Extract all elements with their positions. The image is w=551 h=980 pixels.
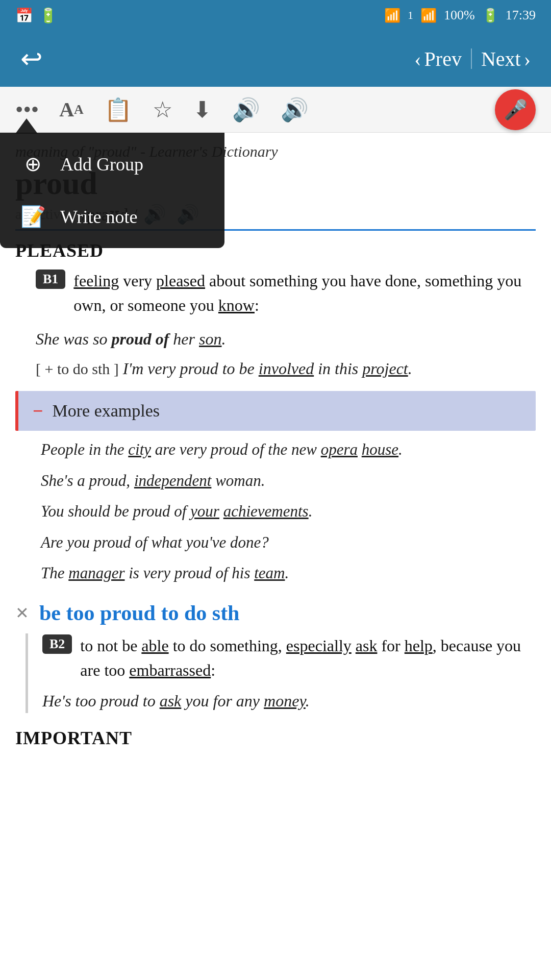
signal-icon: 📶 [420,8,437,23]
dropdown-arrow [15,118,38,134]
next-button[interactable]: Next › [481,47,531,71]
your-link[interactable]: your [190,502,219,520]
more-examples-label: More examples [53,401,160,421]
nav-divider [471,48,472,69]
phrase-heading[interactable]: be too proud to do sth [39,601,239,625]
independent-link[interactable]: independent [134,472,212,489]
example-1: She was so proud of her son. [36,327,536,351]
important-label: IMPORTANT [15,727,536,749]
nav-bar: ↩ ‹ Prev Next › [0,31,551,87]
help-link[interactable]: help [405,636,433,655]
font-size-button[interactable]: AA [59,97,84,121]
more-example-4: Are you proud of what you've done? [41,531,536,555]
sim-icon: 1 [408,9,413,22]
battery-icon: 🔋 [482,8,498,23]
add-group-label: Add Group [60,154,143,175]
calendar-icon: 📅 [15,7,33,24]
embarrassed-link[interactable]: embarrassed [129,661,211,679]
more-examples-bar[interactable]: − More examples [15,391,536,431]
level-b2-badge: B2 [42,634,72,654]
def-line-1: B1 feeling very pleased about something … [36,268,536,317]
sub-example: He's too proud to ask you for any money. [42,689,536,713]
battery-small-icon: 🔋 [39,7,57,24]
battery-text: 100% [444,8,475,23]
mic-icon: 🎤 [504,99,528,121]
chevron-right-icon: › [524,47,531,71]
more-example-5: The manager is very proud of his team. [41,561,536,585]
add-group-item[interactable]: ⊕ Add Group [0,138,224,190]
add-group-icon: ⊕ [20,152,46,176]
example-note: [ + to do sth ] [36,360,119,377]
opera-link[interactable]: opera [321,440,358,458]
ask2-link[interactable]: ask [160,692,182,710]
prev-button[interactable]: ‹ Prev [414,47,462,71]
def-text-1: feeling very pleased about something you… [73,268,536,317]
status-left: 📅 🔋 [15,7,57,24]
chevron-left-icon: ‹ [414,47,421,71]
back-button[interactable]: ↩ [20,43,43,74]
wifi-icon: 📶 [384,8,400,23]
dropdown-menu: ⊕ Add Group 📝 Write note [0,133,224,248]
mic-button[interactable]: 🎤 [495,89,536,130]
more-example-1: People in the city are very proud of the… [41,438,536,462]
know-link[interactable]: know [218,296,255,314]
phrase-heading-row: ✕ be too proud to do sth [15,601,536,625]
involved-link[interactable]: involved [259,359,314,378]
achievements-link[interactable]: achievements [223,502,309,520]
download-button[interactable]: ⬇ [193,96,212,123]
nav-prev-next: ‹ Prev Next › [414,47,531,71]
son-link[interactable]: son [199,330,221,348]
especially-link[interactable]: especially [286,636,352,655]
write-note-label: Write note [60,206,138,228]
example-2: [ + to do sth ] I'm very proud to be inv… [36,356,536,381]
feeling-link[interactable]: feeling [73,272,119,290]
sound-button-blue[interactable]: 🔊 [281,96,309,123]
ask-link[interactable]: ask [356,636,378,655]
sub-def-line: B2 to not be able to do something, espec… [42,633,536,682]
able-link[interactable]: able [141,636,168,655]
phrase-icon: ✕ [15,603,29,623]
city-link[interactable]: city [128,440,151,458]
status-bar: 📅 🔋 📶 1 📶 100% 🔋 17:39 [0,0,551,31]
sub-def-text: to not be able to do something, especial… [80,633,536,682]
house-link[interactable]: house [362,440,398,458]
clock: 17:39 [506,8,536,23]
bookmark-button[interactable]: ☆ [153,96,172,123]
project-link[interactable]: project [362,359,408,378]
team-link[interactable]: team [254,564,285,582]
status-right: 📶 1 📶 100% 🔋 17:39 [384,8,536,23]
content-area: ⊕ Add Group 📝 Write note meaning of "pro… [0,133,551,769]
toolbar: ••• AA 📋 ☆ ⬇ 🔊 🔊 🎤 [0,87,551,133]
more-example-2: She's a proud, independent woman. [41,469,536,493]
more-examples-list: People in the city are very proud of the… [15,438,536,585]
def-block-1: B1 feeling very pleased about something … [36,268,536,317]
sub-def-block: B2 to not be able to do something, espec… [26,633,536,713]
pleased-link[interactable]: pleased [156,272,205,290]
write-note-icon: 📝 [20,205,46,229]
money-link[interactable]: money [264,692,306,710]
minus-icon: − [33,400,43,422]
copy-button[interactable]: 📋 [104,96,132,123]
more-example-3: You should be proud of your achievements… [41,500,536,524]
write-note-item[interactable]: 📝 Write note [0,190,224,243]
sound-button-red[interactable]: 🔊 [232,96,260,123]
manager-link[interactable]: manager [68,564,124,582]
level-b1-badge: B1 [36,270,65,289]
